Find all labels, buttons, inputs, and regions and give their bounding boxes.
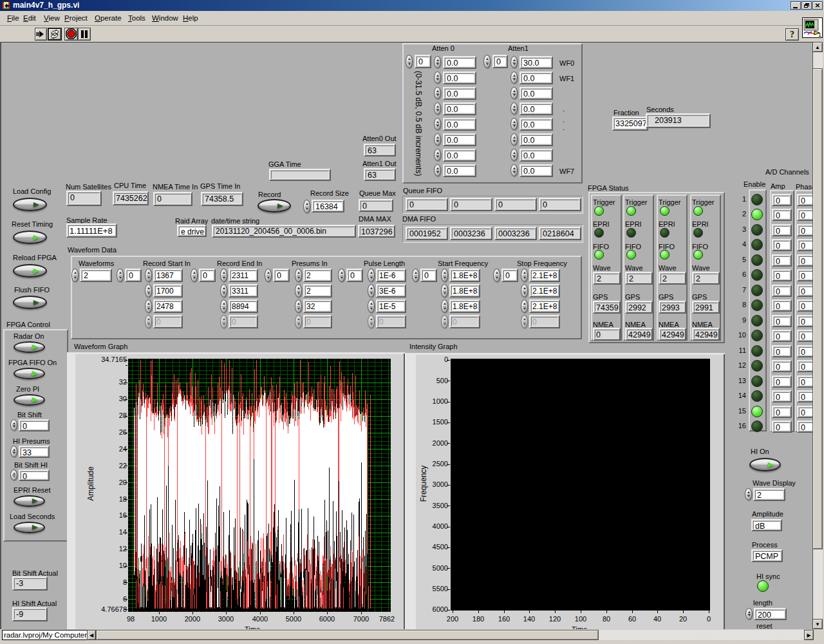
svg-text:1: 1 <box>818 32 821 37</box>
